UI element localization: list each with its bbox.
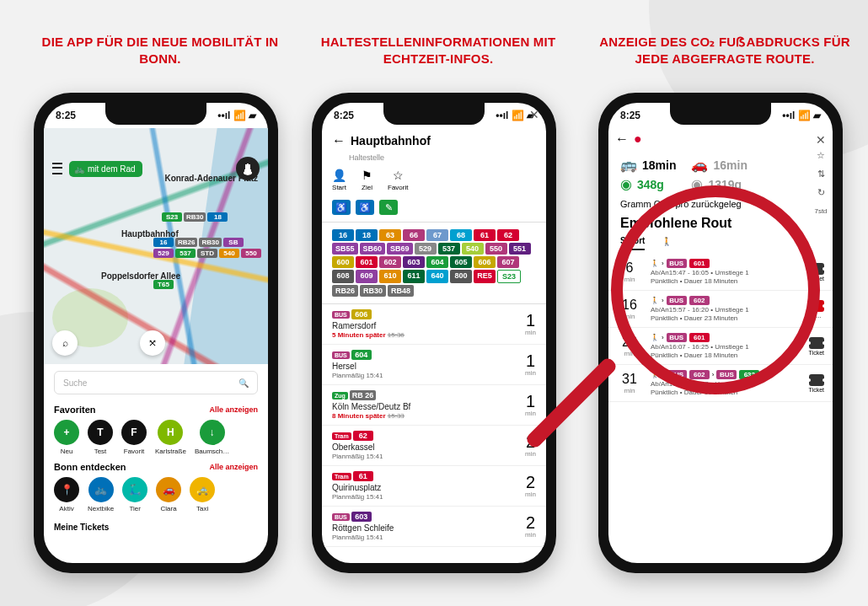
discover-row: 📍Aktiv🚲Nextbike🛴Tier🚗Clara🚕Taxi bbox=[54, 477, 258, 512]
accessibility-icon: ✎ bbox=[379, 200, 398, 215]
ticket-button[interactable]: Ticket bbox=[809, 263, 824, 282]
fav-item[interactable]: HKarlstraße bbox=[155, 420, 186, 455]
status-time: 8:25 bbox=[56, 110, 76, 121]
car-co2: 1319g bbox=[708, 178, 742, 191]
transit-co2: 348g bbox=[637, 178, 664, 191]
headline-1: DIE APP FÜR DIE NEUE MOBILITÄT IN BONN. bbox=[34, 34, 287, 76]
transit-time: 18min bbox=[642, 158, 676, 172]
swap-icon[interactable]: ⇅ bbox=[814, 167, 828, 180]
route-entry[interactable]: 6min🚶›BUS601Ab/An15:47 - 16:05 • Umstieg… bbox=[608, 254, 833, 291]
fav-item[interactable]: FFavorit bbox=[121, 420, 147, 455]
compass-button[interactable]: ⌕ bbox=[52, 330, 78, 356]
routes-list: 6min🚶›BUS601Ab/An15:47 - 16:05 • Umstieg… bbox=[608, 254, 833, 402]
station-title: Hauptbahnhof bbox=[351, 134, 431, 147]
co2-icon: ◉ bbox=[691, 176, 703, 192]
map[interactable]: 🚲 mit dem Rad Konrad-Adenauer Platz Haup… bbox=[44, 128, 268, 364]
lines-grid[interactable]: 1618636667686162SB55SB60SB69529537540550… bbox=[322, 222, 546, 304]
locate-button[interactable]: ⤧ bbox=[140, 330, 165, 356]
fav-showall[interactable]: Alle anzeigen bbox=[209, 405, 258, 414]
back-icon[interactable]: ← bbox=[332, 133, 346, 148]
accessibility-icon: ♿ bbox=[356, 200, 374, 215]
headline-2: HALTESTELLENINFORMATIONEN MIT ECHTZEIT-I… bbox=[312, 34, 565, 76]
fav-item[interactable]: 🛴Tier bbox=[122, 477, 147, 512]
tab-walk[interactable]: 🚶 bbox=[662, 236, 672, 250]
ticket-button[interactable]: T… bbox=[809, 300, 824, 319]
tab-sofort[interactable]: Sofort bbox=[620, 236, 645, 250]
map-label-konrad: Konrad-Adenauer Platz bbox=[164, 174, 258, 183]
leaf-icon: ◉ bbox=[620, 176, 632, 192]
accessibility-icon: ♿ bbox=[332, 200, 351, 215]
station-action[interactable]: 👤Start bbox=[332, 169, 346, 191]
bike-mode-toggle[interactable]: 🚲 mit dem Rad bbox=[69, 161, 142, 177]
fav-item[interactable]: TTest bbox=[88, 420, 113, 455]
fav-item[interactable]: 🚕Taxi bbox=[190, 477, 215, 512]
close-icon[interactable]: ✕ bbox=[529, 108, 539, 121]
car-icon: 🚗 bbox=[691, 157, 708, 173]
departure-row[interactable]: Tram62OberkasselPlanmäßig 15:412min bbox=[322, 426, 546, 466]
phone-3: 8:25 ••ıl 📶 ▰ ← ● ✕ ☆ ⇅ ↻ 7std 🚌18min ◉3… bbox=[598, 93, 843, 573]
departures-list: BUS606Ramersdorf5 Minuten später 15:361m… bbox=[322, 304, 546, 547]
departure-row[interactable]: ZugRB 26Köln Messe/Deutz Bf8 Minuten spä… bbox=[322, 385, 546, 426]
station-action[interactable]: ⚑Ziel bbox=[362, 169, 372, 191]
accessibility-row: ♿♿✎ bbox=[322, 200, 546, 222]
origin-marker-icon: ● bbox=[634, 131, 642, 147]
search-input[interactable]: Suche🔍 bbox=[54, 371, 258, 394]
phone-1: 8:25 ••ıl 📶 ▰ 🚲 mit dem Rad Konrad-Adena… bbox=[34, 93, 278, 573]
departure-row[interactable]: BUS604HerselPlanmäßig 15:411min bbox=[322, 345, 546, 385]
car-time: 16min bbox=[713, 158, 747, 172]
fav-item[interactable]: +Neu bbox=[54, 420, 79, 455]
7std-label: 7std bbox=[814, 204, 828, 217]
station-action[interactable]: ☆Favorit bbox=[388, 169, 408, 191]
co2-note: Gramm CO2 pro zurückgeleg bbox=[608, 199, 833, 216]
routes-title: Empfohlene Rout bbox=[608, 216, 833, 236]
discover-showall[interactable]: Alle anzeigen bbox=[209, 463, 258, 471]
departure-row[interactable]: BUS603Röttgen SchleifePlanmäßig 15:412mi… bbox=[322, 507, 546, 547]
map-badges-1[interactable]: S23RB3018 bbox=[162, 212, 263, 222]
back-icon[interactable]: ← bbox=[615, 131, 629, 147]
menu-icon[interactable] bbox=[52, 163, 62, 174]
status-icons: ••ıl 📶 ▰ bbox=[217, 110, 256, 121]
fav-item[interactable]: 🚲Nextbike bbox=[88, 477, 114, 512]
ticket-button[interactable]: Ticket bbox=[809, 374, 824, 393]
departure-row[interactable]: BUS606Ramersdorf5 Minuten später 15:361m… bbox=[322, 304, 546, 345]
fav-item[interactable]: 🚗Clara bbox=[156, 477, 181, 512]
discover-title: Bonn entdecken bbox=[54, 462, 126, 472]
route-entry[interactable]: 26min🚶›BUS601Ab/An16:07 - 16:25 • Umstie… bbox=[608, 328, 833, 365]
close-icon[interactable]: ✕ bbox=[816, 133, 826, 147]
favorites-row: +NeuTTestFFavoritHKarlstraße↓Baumsch… bbox=[54, 420, 258, 455]
departure-row[interactable]: Tram61QuirinusplatzPlanmäßig 15:412min bbox=[322, 466, 546, 507]
station-actions: 👤Start⚑Ziel☆Favorit bbox=[322, 162, 546, 200]
fav-item[interactable]: ↓Baumsch… bbox=[195, 420, 229, 455]
fav-item[interactable]: 📍Aktiv bbox=[54, 477, 79, 512]
star-icon[interactable]: ☆ bbox=[814, 148, 828, 162]
headline-3: ANZEIGE DES CO₂ FUẞABDRUCKS FÜR JEDE ABG… bbox=[598, 34, 851, 76]
mytickets-title: Meine Tickets bbox=[54, 523, 258, 532]
station-subtitle: Haltestelle bbox=[322, 153, 546, 162]
map-badges-3[interactable]: T65 bbox=[153, 280, 196, 289]
phone-2: 8:25 ••ıl 📶 ▰ ✕ ← Hauptbahnhof Haltestel… bbox=[312, 93, 556, 573]
route-entry[interactable]: 31min🚶›BUS602›BUS632Ab/An16:12 - 16:28 •… bbox=[608, 365, 833, 402]
fav-title: Favoriten bbox=[54, 405, 96, 415]
refresh-icon[interactable]: ↻ bbox=[814, 185, 828, 199]
transit-icon: 🚌 bbox=[620, 157, 637, 173]
search-icon: 🔍 bbox=[238, 378, 249, 388]
map-badges-2[interactable]: 16RB26RB30SB529537STD540550 bbox=[153, 238, 263, 258]
ticket-button[interactable]: Ticket bbox=[809, 337, 824, 356]
route-entry[interactable]: 16min🚶›BUS602Ab/An15:57 - 16:20 • Umstie… bbox=[608, 291, 833, 328]
